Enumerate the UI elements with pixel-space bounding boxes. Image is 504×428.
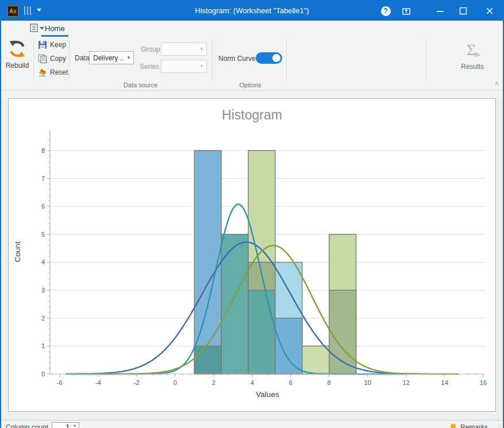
histogram-bar xyxy=(248,290,275,374)
minimize-button[interactable] xyxy=(434,5,447,17)
toggle-knob xyxy=(272,54,280,62)
minimize-icon xyxy=(436,7,444,15)
help-icon: ? xyxy=(381,6,391,16)
rebuild-icon xyxy=(7,39,27,59)
x-tick-label: 14 xyxy=(441,379,448,386)
y-tick-label: 3 xyxy=(41,287,45,294)
column-count-spinner[interactable]: ▲ ▼ xyxy=(52,422,79,428)
data-field-label: Data xyxy=(75,54,89,62)
save-icon xyxy=(38,40,47,49)
x-tick-label: 16 xyxy=(480,379,487,386)
chart-area: Histogram-6-4-20246810121416012345678Val… xyxy=(1,98,503,420)
collapse-ribbon-button[interactable]: ˄ xyxy=(495,80,498,87)
lightbulb-icon xyxy=(449,423,457,428)
data-combobox-value: Delivery ... xyxy=(90,54,124,62)
maximize-icon xyxy=(459,7,467,15)
copy-label: Copy xyxy=(50,55,66,63)
x-tick-label: 12 xyxy=(403,379,410,386)
chevron-down-icon: ▼ xyxy=(197,64,206,69)
group-field-label: Group xyxy=(141,45,160,53)
help-button[interactable]: ? xyxy=(379,5,392,17)
close-icon xyxy=(486,7,494,15)
pin-window-button[interactable] xyxy=(400,5,413,17)
x-tick-label: -2 xyxy=(134,379,140,386)
x-tick-label: 4 xyxy=(251,379,254,386)
chart-title: Histogram xyxy=(222,107,282,122)
eraser-icon xyxy=(38,68,47,77)
norm-curve-label: Norm Curve xyxy=(218,55,256,63)
ribbon-separator xyxy=(286,40,287,82)
chevron-down-icon: ▼ xyxy=(197,47,206,52)
series-combobox[interactable]: ▼ xyxy=(161,60,207,73)
y-axis-title: Count xyxy=(13,241,22,262)
ribbon-separator xyxy=(69,40,70,82)
histogram-bar xyxy=(194,346,221,374)
pin-window-icon xyxy=(402,6,411,16)
group-combobox[interactable]: ▼ xyxy=(161,43,207,56)
column-count-label: Column count xyxy=(6,423,48,428)
keep-button[interactable]: Keep xyxy=(38,39,66,51)
y-tick-label: 6 xyxy=(41,203,45,210)
remarks-button[interactable]: Remarks xyxy=(449,423,488,428)
x-tick-label: 8 xyxy=(328,379,331,386)
y-tick-label: 2 xyxy=(41,315,45,322)
reset-button[interactable]: Reset xyxy=(38,67,68,78)
options-group-caption: Options xyxy=(218,82,282,88)
x-tick-label: 0 xyxy=(174,379,177,386)
sigma-icon: Σ xyxy=(462,40,483,60)
histogram-bar xyxy=(275,318,302,374)
resize-grip[interactable] xyxy=(494,426,501,428)
results-button[interactable]: Σ Results xyxy=(447,40,498,71)
statusbar: Column count ▲ ▼ Remarks xyxy=(1,420,503,428)
results-label: Results xyxy=(447,63,498,71)
ribbon-separator xyxy=(33,40,34,82)
histogram-bar xyxy=(302,346,329,374)
y-tick-label: 5 xyxy=(41,231,45,238)
histogram-svg: Histogram-6-4-20246810121416012345678Val… xyxy=(9,99,495,411)
x-tick-label: 6 xyxy=(289,379,293,386)
copy-icon xyxy=(38,54,47,63)
close-button[interactable] xyxy=(483,5,496,17)
x-tick-label: 2 xyxy=(212,379,216,386)
rebuild-label: Rebuild xyxy=(2,61,32,70)
column-count-input[interactable] xyxy=(52,423,71,428)
y-tick-label: 7 xyxy=(41,175,45,182)
keep-label: Keep xyxy=(50,41,66,49)
svg-text:Σ: Σ xyxy=(467,41,476,59)
data-source-group-caption: Data source xyxy=(93,82,188,88)
ribbon-separator xyxy=(212,40,213,82)
titlebar: Ax Histogram: (Worksheet "Tabelle1") ? xyxy=(1,1,503,21)
x-tick-label: -4 xyxy=(95,379,101,386)
copy-button[interactable]: Copy xyxy=(38,53,66,64)
y-tick-label: 8 xyxy=(41,147,45,154)
x-tick-label: -6 xyxy=(57,379,63,386)
y-tick-label: 0 xyxy=(41,371,45,377)
ribbon-tab-row: Home xyxy=(1,21,503,37)
ribbon-content: Rebuild Keep Copy xyxy=(1,37,503,91)
data-combobox[interactable]: Delivery ... ▼ xyxy=(89,51,134,64)
y-tick-label: 4 xyxy=(41,259,45,265)
tab-home[interactable]: Home xyxy=(41,22,68,37)
spinner-up-icon[interactable]: ▲ xyxy=(71,423,78,428)
remarks-label: Remarks xyxy=(460,423,488,428)
reset-label: Reset xyxy=(50,68,68,76)
ribbon-separator xyxy=(426,40,426,82)
series-field-label: Series xyxy=(140,63,159,71)
chevron-down-icon: ▼ xyxy=(124,55,133,60)
window-title: Histogram: (Worksheet "Tabelle1") xyxy=(1,6,503,15)
app-menu-icon xyxy=(30,24,38,32)
maximize-button[interactable] xyxy=(457,5,470,17)
rebuild-button[interactable]: Rebuild xyxy=(2,39,32,70)
y-tick-label: 1 xyxy=(41,342,45,349)
x-tick-label: 10 xyxy=(364,379,371,386)
norm-curve-toggle[interactable] xyxy=(256,52,282,64)
x-axis-title: Values xyxy=(256,390,279,399)
app-window: Ax Histogram: (Worksheet "Tabelle1") ? xyxy=(0,0,504,428)
chart-panel: Histogram-6-4-20246810121416012345678Val… xyxy=(8,98,496,412)
